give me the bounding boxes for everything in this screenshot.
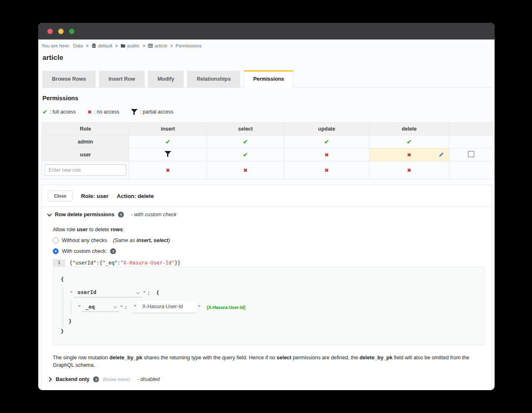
breadcrumb-item-article[interactable]: article bbox=[148, 43, 167, 48]
row-select-checkbox[interactable] bbox=[468, 151, 474, 157]
builder-field-row: " userId " : { bbox=[69, 288, 479, 298]
chevron-right-icon bbox=[47, 377, 52, 381]
quote-char: " bbox=[70, 290, 73, 296]
permission-cell-user-delete[interactable] bbox=[369, 148, 449, 161]
tab-permissions[interactable]: Permissions bbox=[244, 70, 293, 88]
note-bold: delete_by_pk bbox=[360, 355, 392, 361]
help-icon[interactable]: ? bbox=[118, 212, 124, 218]
bulk-cell-user bbox=[449, 148, 493, 161]
breadcrumb-item-permissions[interactable]: Permissions bbox=[176, 43, 202, 48]
allow-role-name: user bbox=[77, 227, 88, 232]
check-icon bbox=[42, 108, 48, 116]
session-variable-suggestion[interactable]: [X-Hasura-User-Id] bbox=[207, 305, 246, 310]
maximize-button[interactable] bbox=[69, 29, 74, 34]
breadcrumb-separator: > bbox=[86, 44, 89, 48]
chevron-down-icon bbox=[136, 290, 139, 294]
editor-header: Close Role: user Action: delete bbox=[42, 185, 492, 206]
check-code-editor[interactable]: 1 {"userId":{"_eq":"X-Hasura-User-Id"}} bbox=[53, 259, 485, 267]
field-key-value: userId bbox=[78, 289, 96, 295]
cross-icon bbox=[325, 152, 329, 158]
builder-level-2: " _eq " : " bbox=[71, 301, 479, 313]
new-role-input[interactable] bbox=[44, 164, 126, 176]
permissions-heading: Permissions bbox=[42, 95, 492, 101]
breadcrumb-separator: > bbox=[170, 44, 173, 48]
table-row-user: user bbox=[42, 148, 493, 161]
legend-label: : full access bbox=[50, 109, 76, 115]
quote-char: " bbox=[134, 304, 137, 310]
minimize-button[interactable] bbox=[58, 29, 64, 34]
editor-line-number: 1 bbox=[53, 259, 65, 267]
open-brace: { bbox=[156, 288, 160, 298]
radio-selected-icon[interactable] bbox=[53, 248, 59, 254]
backend-only-section: Backend only ? (Know more) - disabled bbox=[42, 369, 492, 382]
option-without-checks[interactable]: Without any checks (Same as insert, sele… bbox=[53, 237, 486, 243]
cross-icon bbox=[407, 152, 411, 158]
breadcrumb-prefix: You are here: bbox=[42, 43, 70, 48]
breadcrumb-item-label: article bbox=[155, 43, 167, 48]
breadcrumb-item-public[interactable]: public bbox=[121, 43, 140, 48]
table-row-admin: admin bbox=[42, 136, 493, 148]
allow-text-part: : bbox=[123, 227, 124, 232]
permission-cell-user-insert[interactable] bbox=[129, 148, 207, 161]
breadcrumb-item-default[interactable]: default bbox=[91, 43, 113, 48]
tab-insert-row[interactable]: Insert Row bbox=[99, 71, 145, 87]
permission-cell-admin-update[interactable] bbox=[284, 136, 369, 148]
allow-text-part: Allow role bbox=[53, 227, 77, 232]
cross-icon bbox=[407, 167, 411, 173]
row-delete-permissions-header[interactable]: Row delete permissions ? - with custom c… bbox=[48, 212, 486, 218]
code-token: }} bbox=[175, 260, 180, 266]
page-title: article bbox=[42, 54, 492, 62]
cross-icon bbox=[243, 167, 248, 173]
permission-cell-admin-delete[interactable] bbox=[369, 136, 449, 148]
note-bold: select bbox=[277, 355, 291, 361]
tab-relationships[interactable]: Relationships bbox=[187, 71, 240, 87]
tab-browse-rows[interactable]: Browse Rows bbox=[42, 71, 96, 87]
permission-cell-new-insert[interactable] bbox=[129, 161, 207, 179]
bulk-cell-admin bbox=[449, 136, 493, 148]
backend-only-header[interactable]: Backend only ? (Know more) - disabled bbox=[48, 376, 486, 382]
table-row-new-role bbox=[42, 161, 493, 179]
row-delete-permissions-section: Row delete permissions ? - with custom c… bbox=[42, 206, 492, 369]
column-header-bulk bbox=[449, 123, 493, 136]
session-variable-input[interactable] bbox=[138, 301, 196, 312]
breadcrumb-item-label: Data bbox=[73, 43, 83, 48]
operator-select[interactable]: _eq bbox=[82, 303, 119, 312]
permission-cell-admin-insert[interactable] bbox=[129, 136, 207, 148]
close-button[interactable] bbox=[47, 29, 53, 34]
help-icon[interactable]: ? bbox=[93, 376, 99, 382]
operator-value: _eq bbox=[86, 304, 95, 310]
breadcrumb-item-data[interactable]: Data bbox=[73, 43, 83, 48]
close-editor-button[interactable]: Close bbox=[48, 190, 73, 201]
permission-cell-new-update[interactable] bbox=[284, 161, 369, 179]
permission-cell-new-delete[interactable] bbox=[369, 161, 449, 179]
column-header-select: select bbox=[207, 123, 284, 136]
radio-note: (Same as insert, select) bbox=[113, 237, 170, 243]
option-with-custom-check[interactable]: With custom check: ? bbox=[53, 248, 486, 254]
tab-modify[interactable]: Modify bbox=[148, 71, 184, 87]
know-more-link[interactable]: (Know more) bbox=[103, 377, 130, 382]
editor-code-line: {"userId":{"_eq":"X-Hasura-User-Id"}} bbox=[65, 259, 180, 267]
value-wrapper: " bbox=[133, 301, 197, 313]
breadcrumb-separator: > bbox=[143, 44, 145, 48]
bulk-cell-new bbox=[449, 161, 493, 179]
help-icon[interactable]: ? bbox=[110, 248, 116, 254]
permission-cell-user-update[interactable] bbox=[284, 148, 369, 161]
filter-icon bbox=[131, 109, 138, 115]
check-icon bbox=[243, 138, 248, 146]
section-title: Row delete permissions bbox=[55, 212, 114, 218]
field-key-select[interactable]: userId bbox=[74, 288, 142, 297]
edit-pencil-icon[interactable] bbox=[438, 152, 444, 158]
allow-noun: rows bbox=[111, 227, 123, 232]
editor-action-label: Action: delete bbox=[117, 193, 154, 199]
section-title: Backend only bbox=[56, 376, 89, 382]
permission-cell-new-select[interactable] bbox=[207, 161, 284, 179]
check-icon bbox=[324, 138, 330, 146]
permission-cell-user-select[interactable] bbox=[207, 148, 284, 161]
delete-by-pk-note: The single row mutation delete_by_pk sha… bbox=[53, 354, 486, 369]
breadcrumb-separator: > bbox=[115, 44, 118, 48]
legend-partial-access: : partial access bbox=[131, 109, 173, 115]
permission-cell-admin-select[interactable] bbox=[207, 136, 284, 148]
radio-unselected-icon[interactable] bbox=[53, 237, 59, 243]
permission-editor-panel: Close Role: user Action: delete Row dele… bbox=[42, 185, 492, 390]
quote-char: " bbox=[120, 304, 123, 310]
